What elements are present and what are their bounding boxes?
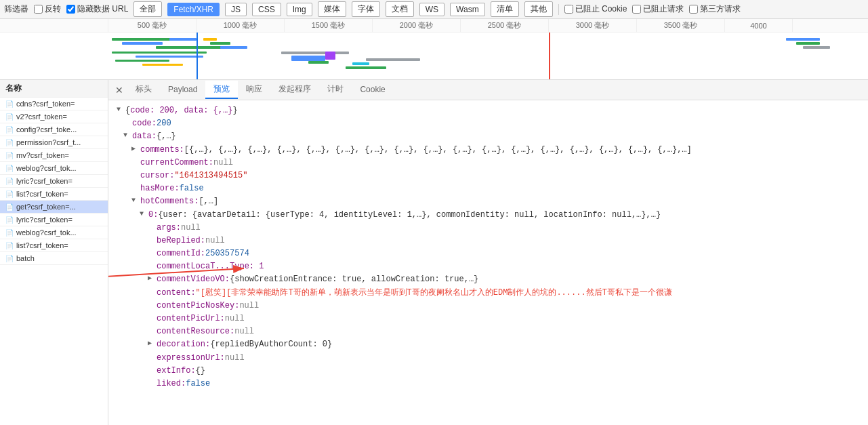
reverse-checkbox[interactable]: 反转 [34, 3, 61, 15]
clear-btn[interactable]: 清单 [491, 1, 519, 17]
ext-info-val: {} [196, 365, 205, 378]
network-item-name-4: mv?csrf_token= [16, 151, 69, 159]
file-icon-11: 📄 [5, 242, 14, 249]
bar-10 [308, 61, 329, 64]
font-btn[interactable]: 字体 [352, 1, 380, 17]
main-area: 名称 📄 cdns?csrf_token= 📄 v2?csrf_token= 📄… [0, 80, 868, 425]
reverse-input[interactable] [34, 5, 43, 14]
network-item-name-6: lyric?csrf_token= [16, 177, 73, 185]
liked-key: liked: [157, 378, 186, 390]
triangle-hot-comments[interactable]: ▼ [131, 195, 138, 206]
timeline-scale: 500 毫秒 1000 毫秒 1500 毫秒 2000 毫秒 2500 毫秒 3… [0, 19, 868, 33]
bar-11 [325, 52, 335, 60]
json-item-0: ▼ 0: {user: {avatarDetail: {userType: 4,… [115, 209, 861, 222]
json-current-comment: ▶ currentComment: null [115, 157, 861, 169]
network-item-4[interactable]: 📄 mv?csrf_token= [0, 149, 108, 162]
other-btn[interactable]: 其他 [524, 1, 553, 17]
timeline-bars [0, 33, 868, 80]
network-item-7[interactable]: 📄 list?csrf_token= [0, 188, 108, 201]
third-party-input[interactable] [689, 5, 698, 14]
hide-data-url-checkbox[interactable]: 隐藏数据 URL [66, 3, 128, 15]
right-panel: ✕ 标头 Payload 预览 响应 发起程序 计时 Cookie ▼ { co… [108, 80, 868, 425]
bar-13 [352, 62, 369, 65]
json-data: ▼ data: {,…} [115, 130, 861, 143]
network-list-header: 名称 [0, 80, 108, 98]
css-btn[interactable]: CSS [252, 3, 281, 16]
has-more-val: false [180, 182, 204, 195]
file-icon-1: 📄 [5, 113, 14, 121]
network-item-1[interactable]: 📄 v2?csrf_token= [0, 110, 108, 123]
network-item-9[interactable]: 📄 lyric?csrf_token= [0, 214, 108, 226]
tab-initiator[interactable]: 发起程序 [270, 81, 319, 99]
triangle-root[interactable]: ▼ [117, 104, 123, 115]
network-item-10[interactable]: 📄 weblog?csrf_tok... [0, 226, 108, 239]
tab-cookie[interactable]: Cookie [352, 82, 393, 98]
cursor-key: cursor: [140, 169, 174, 182]
network-item-name-10: weblog?csrf_tok... [16, 228, 77, 237]
triangle-comment-video[interactable]: ▶ [148, 273, 154, 284]
json-comment-location: ▶ commentLocaT... Type: 1 [115, 260, 861, 273]
hide-data-url-input[interactable] [66, 5, 75, 14]
network-item-5[interactable]: 📄 weblog?csrf_tok... [0, 162, 108, 175]
network-item-11[interactable]: 📄 list?csrf_token= [0, 239, 108, 252]
network-item-3[interactable]: 📄 permission?csrf_t... [0, 136, 108, 149]
block-request-checkbox[interactable]: 已阻止请求 [632, 3, 684, 15]
network-item-name-7: list?csrf_token= [16, 190, 68, 198]
js-btn[interactable]: JS [225, 3, 247, 16]
json-cursor: ▶ cursor: "1641313494515" [115, 169, 861, 182]
tick-2: 1000 毫秒 [197, 19, 285, 32]
tab-payload[interactable]: Payload [160, 82, 205, 98]
tab-response[interactable]: 响应 [238, 81, 270, 99]
img-btn[interactable]: Img [287, 3, 312, 16]
json-content-pic-url: ▶ contentPicUrl: null [115, 312, 861, 325]
network-item-0[interactable]: 📄 cdns?csrf_token= [0, 98, 108, 110]
tab-timing[interactable]: 计时 [319, 81, 352, 99]
data-key: data: [132, 130, 157, 143]
json-liked: ▶ liked: false [115, 378, 861, 390]
comments-val: [{,…}, {,…}, {,…}, {,…}, {,…}, {,…}, {,…… [184, 144, 692, 157]
file-icon-12: 📄 [5, 255, 14, 262]
ws-btn[interactable]: WS [419, 3, 445, 16]
tab-bar: ✕ 标头 Payload 预览 响应 发起程序 计时 Cookie [108, 80, 868, 100]
triangle-data[interactable]: ▼ [123, 130, 130, 141]
network-item-2[interactable]: 📄 config?csrf_toke... [0, 123, 108, 136]
network-item-name-11: list?csrf_token= [16, 241, 68, 249]
file-icon-4: 📄 [5, 152, 14, 159]
bar-12 [346, 66, 386, 69]
network-item-8[interactable]: 📄 get?csrf_token=... [0, 201, 108, 214]
json-be-replied: ▶ beReplied: null [115, 235, 861, 247]
file-icon-8: 📄 [5, 203, 14, 211]
block-request-input[interactable] [632, 5, 641, 14]
doc-btn[interactable]: 文档 [386, 1, 414, 17]
tab-preview[interactable]: 预览 [205, 81, 238, 99]
json-content-pic-nos: ▶ contentPicNosKey: null [115, 300, 861, 312]
all-btn[interactable]: 全部 [133, 1, 162, 17]
triangle-item-0[interactable]: ▼ [140, 209, 146, 220]
fetch-xhr-btn[interactable]: Fetch/XHR [167, 3, 220, 16]
third-party-checkbox[interactable]: 第三方请求 [689, 3, 741, 15]
triangle-comments[interactable]: ▶ [131, 144, 138, 155]
bar-7 [220, 46, 247, 49]
tick-3: 1500 毫秒 [285, 19, 373, 32]
network-item-name-12: batch [16, 254, 35, 262]
network-item-6[interactable]: 📄 lyric?csrf_token= [0, 175, 108, 188]
bar-4 [169, 38, 197, 41]
triangle-decoration[interactable]: ▶ [148, 338, 154, 349]
network-item-12[interactable]: 📄 batch [0, 252, 108, 265]
expression-url-val: null [225, 352, 245, 365]
json-decoration: ▶ decoration: {repliedByAuthorCount: 0} [115, 338, 861, 351]
file-icon-2: 📄 [5, 126, 14, 134]
content-area[interactable]: ▼ { code: 200, data: {,…} } ▶ code: 200 … [108, 100, 868, 425]
close-icon[interactable]: ✕ [111, 82, 127, 98]
block-cookie-checkbox[interactable]: 已阻止 Cookie [564, 3, 627, 15]
block-cookie-input[interactable] [564, 5, 573, 14]
has-more-key: hasMore: [140, 182, 180, 195]
file-icon-6: 📄 [5, 178, 14, 185]
file-icon-3: 📄 [5, 139, 14, 146]
timeline-area: 500 毫秒 1000 毫秒 1500 毫秒 2000 毫秒 2500 毫秒 3… [0, 19, 868, 80]
tick-6: 3000 毫秒 [549, 19, 637, 32]
comment-video-val: {showCreationEntrance: true, allowCreati… [230, 273, 478, 286]
media-btn[interactable]: 媒体 [318, 1, 346, 17]
wasm-btn[interactable]: Wasm [450, 3, 485, 16]
tab-header[interactable]: 标头 [127, 81, 160, 99]
